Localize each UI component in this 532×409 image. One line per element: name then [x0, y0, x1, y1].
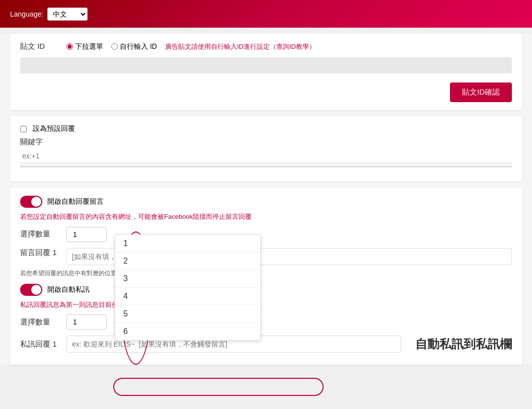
auto-pm-warning: 私訊回覆訊息為第一則訊息目前僅能設定文字訊息、連結、並不能設定圖片訊息 [20, 300, 512, 310]
pm-quantity-row: 選擇數量 1 2 3 4 5 6 [20, 314, 512, 330]
top-bar: Language: 中文 English 日本語 [0, 0, 532, 28]
auto-pm-label: 開啟自動私訊 [47, 285, 90, 294]
default-reply-label: 設為預設回覆 [33, 124, 75, 133]
radio-manual-input[interactable] [111, 43, 118, 50]
settings-section: 設為預設回覆 關鍵字 [10, 116, 522, 182]
radio-dropdown[interactable]: 下拉選單 [66, 42, 103, 51]
pm-input-annotation [113, 378, 324, 396]
radio-dropdown-label: 下拉選單 [75, 42, 103, 51]
radio-dropdown-input[interactable] [66, 43, 73, 50]
confirm-button[interactable]: 貼文ID確認 [450, 83, 512, 102]
auto-comment-label: 開啟自動回覆留言 [47, 197, 104, 206]
post-id-link[interactable]: 廣告貼文請使用自行輸入ID進行設定（查詢ID教學） [165, 42, 316, 51]
comment-hint: 若您希望回覆的訊息中有對應的位置輸入 $$name$$，系統將自動進行替換。 [20, 269, 512, 278]
auto-comment-section: 開啟自動回覆留言 若您設定自動回覆留言的內容含有網址，可能會被Facebook阻… [10, 188, 522, 365]
pm-quantity-select[interactable]: 1 2 3 4 5 6 [66, 314, 107, 330]
pm-quantity-label: 選擇數量 [20, 317, 60, 327]
comment-reply-input[interactable] [66, 248, 512, 265]
post-id-radio-group: 下拉選單 自行輸入 ID 廣告貼文請使用自行輸入ID進行設定（查詢ID教學） [66, 42, 316, 51]
keyword-label: 關鍵字 [20, 137, 60, 147]
auto-comment-warning: 若您設定自動回覆留言的內容含有網址，可能會被Facebook阻擋而停止留言回覆 [20, 212, 512, 222]
default-reply-checkbox[interactable] [20, 126, 27, 132]
post-id-dropdown-bar[interactable] [20, 57, 512, 73]
auto-comment-toggle[interactable] [20, 196, 42, 208]
auto-pm-toggle[interactable] [20, 284, 42, 296]
radio-manual[interactable]: 自行輸入 ID [111, 42, 157, 51]
quantity-select[interactable]: 1 2 3 4 5 6 [66, 227, 107, 242]
comment-reply-row: 留言回覆 1 [20, 248, 512, 265]
keyword-input[interactable] [20, 149, 512, 163]
comment-reply-label: 留言回覆 1 [20, 248, 60, 258]
pm-annotation-text: 自動私訊到私訊欄 [415, 336, 512, 352]
quantity-label: 選擇數量 [20, 229, 60, 239]
pm-quantity-dropdown-wrapper: 1 2 3 4 5 6 [66, 314, 107, 330]
pm-warning-text: 私訊回覆訊息為第一則訊息目前僅能設定文字訊息、連結、並不能設定圖片訊息 [20, 301, 249, 308]
main-content: 貼文 ID 下拉選單 自行輸入 ID 廣告貼文請使用自行輸入ID進行設定（查詢I… [0, 34, 532, 365]
pm-reply-row: 私訊回覆 1 自動私訊到私訊欄 [20, 336, 512, 353]
warning-text-content: 若您設定自動回覆留言的內容含有網址，可能會被Facebook阻擋而停止留言回覆 [20, 213, 252, 220]
language-label: Language: [10, 10, 43, 18]
auto-pm-toggle-row: 開啟自動私訊 [20, 284, 512, 296]
post-id-section: 貼文 ID 下拉選單 自行輸入 ID 廣告貼文請使用自行輸入ID進行設定（查詢I… [10, 34, 522, 110]
select-quantity-row: 選擇數量 1 2 3 4 5 6 [20, 227, 512, 242]
pm-reply-input[interactable] [66, 336, 401, 353]
language-select[interactable]: 中文 English 日本語 [47, 8, 88, 21]
pm-reply-label: 私訊回覆 1 [20, 340, 60, 349]
post-id-label: 貼文 ID [20, 42, 60, 51]
radio-manual-label: 自行輸入 ID [120, 42, 157, 51]
auto-comment-toggle-row: 開啟自動回覆留言 [20, 196, 512, 208]
quantity-dropdown-wrapper: 1 2 3 4 5 6 [66, 227, 107, 242]
